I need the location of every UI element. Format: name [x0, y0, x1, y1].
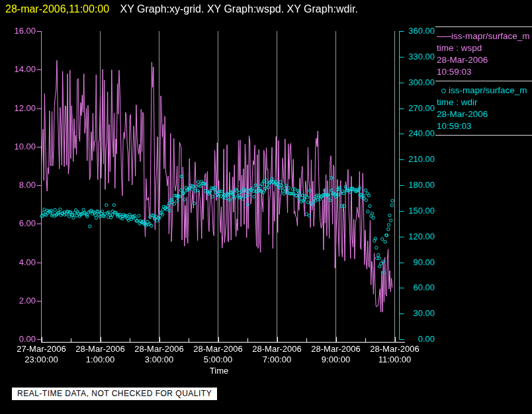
- legend-entry-name-row: iss-mapr/surface_m: [437, 30, 532, 42]
- right-axis-tick-label: 240.00: [404, 128, 435, 139]
- x-tick-time: 7:00:00: [244, 354, 310, 365]
- circle-marker-icon: [441, 89, 446, 93]
- left-axis-tick-label: 12.00: [5, 103, 36, 114]
- x-tick-date: 28-Mar-2006: [303, 344, 369, 354]
- right-axis-tick-label: 150.00: [404, 206, 435, 216]
- right-axis-tick-label: 90.00: [404, 257, 435, 268]
- legend-entry-time: 10:59:03: [437, 66, 532, 78]
- right-axis-tick-label: 360.00: [404, 26, 435, 36]
- x-axis-tick-label: 27-Mar-200623:00:00: [9, 344, 75, 365]
- legend-entry-wdir: iss-mapr/surface_m time : wdir 28-Mar-20…: [435, 81, 532, 135]
- left-axis-tick-label: 14.00: [5, 64, 36, 75]
- title-graph-list: XY Graph:xy-grid. XY Graph:wspd. XY Grap…: [120, 3, 358, 15]
- x-axis-tick-label: 28-Mar-20069:00:00: [303, 344, 369, 365]
- legend-entry-wspd: iss-mapr/surface_m time : wspd 28-Mar-20…: [435, 27, 532, 81]
- legend-entry-name-row: iss-mapr/surface_m: [437, 85, 532, 97]
- app-window: 28-mar-2006,11:00:00 XY Graph:xy-grid. X…: [0, 0, 532, 414]
- x-tick-date: 28-Mar-2006: [67, 344, 134, 354]
- line-sample-icon: [437, 36, 451, 37]
- legend-panel: iss-mapr/surface_m time : wspd 28-Mar-20…: [435, 26, 532, 136]
- legend-entry-variable: time : wspd: [437, 42, 532, 54]
- legend-entry-name: iss-mapr/surface_m: [449, 85, 527, 95]
- legend-entry-date: 28-Mar-2006: [437, 54, 532, 66]
- title-bar: 28-mar-2006,11:00:00 XY Graph:xy-grid. X…: [5, 3, 358, 17]
- right-axis-tick-label: 300.00: [404, 77, 435, 88]
- x-axis-tick-label: 28-Mar-20065:00:00: [185, 344, 251, 365]
- x-tick-time: 5:00:00: [185, 354, 251, 365]
- left-axis-tick-label: 4.00: [5, 257, 36, 268]
- x-axis-tick-label: 28-Mar-20063:00:00: [126, 344, 193, 365]
- x-tick-time: 3:00:00: [126, 354, 193, 365]
- x-tick-date: 28-Mar-2006: [244, 344, 310, 354]
- x-tick-date: 28-Mar-2006: [362, 344, 428, 354]
- right-axis-tick-label: 120.00: [404, 231, 435, 242]
- left-axis-tick-label: 6.00: [5, 218, 36, 229]
- legend-entry-name: iss-mapr/surface_m: [451, 31, 530, 41]
- x-axis-title: Time: [199, 366, 239, 376]
- legend-entry-time: 10:59:03: [437, 120, 532, 132]
- x-tick-date: 28-Mar-2006: [185, 344, 251, 354]
- left-axis-tick-label: 10.00: [5, 142, 36, 152]
- right-axis-tick-label: 210.00: [404, 154, 435, 165]
- x-axis-tick-label: 28-Mar-20067:00:00: [244, 344, 310, 365]
- legend-entry-date: 28-Mar-2006: [437, 108, 532, 120]
- data-quality-notice: REAL-TIME DATA, NOT CHECKED FOR QUALITY: [12, 388, 217, 400]
- x-tick-time: 9:00:00: [303, 354, 369, 365]
- right-axis-tick-label: 270.00: [404, 103, 435, 114]
- right-axis-tick-label: 0.00: [404, 334, 435, 345]
- left-axis-tick-label: 16.00: [5, 26, 36, 36]
- x-axis-tick-label: 28-Mar-200611:00:00: [362, 344, 428, 365]
- right-axis-tick-label: 180.00: [404, 180, 435, 190]
- x-tick-time: 11:00:00: [362, 354, 428, 365]
- right-axis-tick-label: 60.00: [404, 282, 435, 293]
- legend-entry-variable: time : wdir: [437, 97, 532, 108]
- right-axis-tick-label: 330.00: [404, 52, 435, 62]
- x-tick-date: 28-Mar-2006: [126, 344, 193, 354]
- left-axis-tick-label: 2.00: [5, 296, 36, 306]
- title-timestamp: 28-mar-2006,11:00:00: [5, 3, 109, 15]
- x-tick-date: 27-Mar-2006: [9, 344, 75, 354]
- right-axis-tick-label: 30.00: [404, 308, 435, 319]
- x-axis-tick-label: 28-Mar-20061:00:00: [67, 344, 134, 365]
- x-tick-time: 1:00:00: [67, 354, 134, 365]
- x-tick-time: 23:00:00: [9, 354, 75, 365]
- left-axis-tick-label: 8.00: [5, 180, 36, 190]
- left-axis-tick-label: 0.00: [5, 334, 36, 345]
- legend-separator: [435, 135, 532, 136]
